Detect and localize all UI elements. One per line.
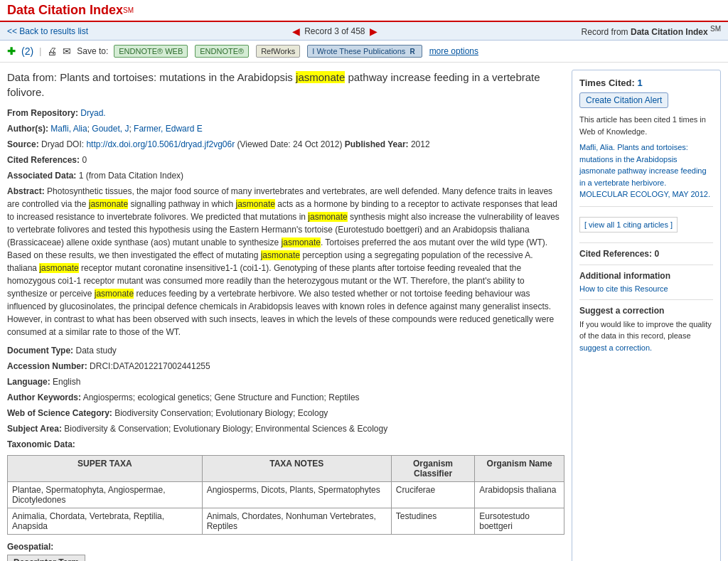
- taxonomic-section: Taxonomic Data:: [7, 438, 564, 451]
- repository-link[interactable]: Dryad.: [80, 108, 105, 118]
- additional-info-title: Additional information: [579, 271, 713, 281]
- save-to-label: Save to:: [77, 46, 108, 56]
- cited-refs-value: 0: [82, 155, 87, 165]
- taxonomic-table: SUPER TAXA TAXA NOTES Organism Classifie…: [7, 455, 564, 535]
- sidebar: Times Cited: 1 Create Citation Alert Thi…: [572, 70, 721, 561]
- assoc-data-row: Associated Data: 1 (from Data Citation I…: [7, 169, 564, 182]
- language-row: Language: English: [7, 375, 564, 388]
- language-value: English: [53, 377, 80, 387]
- add-to-marked-list-icon[interactable]: ✚: [7, 46, 16, 57]
- authors-row: Author(s): Mafli, Alia; Goudet, J; Farme…: [7, 122, 564, 135]
- print-icon[interactable]: 🖨: [47, 46, 57, 57]
- source-label: Source:: [7, 139, 39, 149]
- more-options-link[interactable]: more options: [429, 46, 478, 56]
- taxa-classifier-2: Testudines: [391, 508, 474, 535]
- from-repository-row: From Repository: Dryad.: [7, 107, 564, 119]
- save-endnote-button[interactable]: ENDNOTE®: [195, 45, 249, 58]
- from-repository-label: From Repository:: [7, 108, 78, 118]
- cited-refs-label: Cited References:: [7, 155, 80, 165]
- source-doi-link[interactable]: http://dx.doi.org/10.5061/dryad.jf2vg06r: [86, 139, 235, 149]
- divider-4: [579, 299, 713, 300]
- author-keywords-row: Author Keywords: Angiosperms; ecological…: [7, 391, 564, 404]
- taxa-notes-2: Animals, Chordates, Nonhuman Vertebrates…: [202, 508, 391, 535]
- assoc-data-label: Associated Data:: [7, 171, 76, 181]
- taxa-header-super: SUPER TAXA: [8, 456, 203, 482]
- how-to-cite-link[interactable]: How to cite this Resource: [579, 284, 668, 293]
- navigation-bar: << Back to results list ◀ Record 3 of 45…: [0, 22, 728, 41]
- iwtp-label: I Wrote These Publications: [312, 47, 405, 55]
- app-title-sup: SM: [123, 6, 134, 14]
- page-header: Data Citation Index SM: [0, 0, 728, 22]
- view-all-citing-link[interactable]: [ view all 1 citing articles ]: [584, 220, 673, 229]
- record-source-info: Record from Data Citation Index SM: [582, 25, 721, 37]
- subject-area-row: Subject Area: Biodiversity & Conservatio…: [7, 422, 564, 435]
- title-before: Data from: Plants and tortoises: mutatio…: [7, 71, 296, 83]
- highlight-6: jasmonate: [39, 263, 78, 273]
- cited-refs-row: Cited References: 0: [7, 154, 564, 166]
- geo-header: Descriptor Term: [8, 555, 85, 562]
- doc-type-value: Data study: [75, 346, 116, 356]
- wos-category-row: Web of Science Category: Biodiversity Co…: [7, 407, 564, 420]
- r-icon: R: [407, 47, 417, 56]
- record-navigation: ◀ Record 3 of 458 ▶: [292, 26, 377, 37]
- create-citation-button[interactable]: Create Citation Alert: [579, 92, 668, 108]
- divider-1: [579, 206, 713, 207]
- language-label: Language:: [7, 377, 50, 387]
- table-row: Animalia, Chordata, Vertebrata, Reptilia…: [8, 508, 564, 535]
- save-iwtp-button[interactable]: I Wrote These Publications R: [307, 45, 422, 58]
- save-endnote-web-button[interactable]: ENDNOTE® WEB: [114, 45, 188, 58]
- article-content: Data from: Plants and tortoises: mutatio…: [7, 70, 564, 561]
- email-icon[interactable]: ✉: [63, 46, 71, 57]
- author-link-2[interactable]: Goudet, J: [92, 124, 129, 134]
- author-link-1[interactable]: Mafli, Alia: [50, 124, 87, 134]
- taxonomic-label: Taxonomic Data:: [7, 439, 75, 449]
- taxa-header-notes: TAXA NOTES: [202, 456, 391, 482]
- taxa-header-classifier: Organism Classifier: [391, 456, 474, 482]
- accession-label: Accession Number:: [7, 361, 87, 371]
- geospatial-table: Descriptor Term Lausanne Switzerland: [7, 555, 85, 561]
- doc-type-label: Document Type:: [7, 346, 73, 356]
- taxa-header-name: Organism Name: [475, 456, 564, 482]
- highlight-2: jasmonate: [236, 199, 275, 209]
- authors-label: Author(s):: [7, 124, 48, 134]
- author-keywords-value: Angiosperms; ecological genetics; Gene S…: [83, 392, 360, 402]
- divider-3: [579, 265, 713, 265]
- highlight-5: jasmonate: [261, 250, 300, 260]
- suggest-correction-link[interactable]: suggest a correction.: [579, 343, 652, 352]
- taxa-super-2: Animalia, Chordata, Vertebrata, Reptilia…: [8, 508, 203, 535]
- suggest-prefix: If you would like to improve the quality…: [579, 320, 712, 341]
- source-viewed: (Viewed Date: 24 Oct 2012): [237, 139, 343, 149]
- title-highlight: jasmonate: [296, 71, 345, 83]
- times-cited-value: 1: [637, 78, 642, 88]
- highlight-3: jasmonate: [308, 212, 347, 222]
- main-content: Data from: Plants and tortoises: mutatio…: [0, 63, 728, 561]
- subject-area-label: Subject Area:: [7, 424, 62, 434]
- record-count: Record 3 of 458: [304, 26, 365, 36]
- abstract-text: Photosynthetic tissues, the major food s…: [7, 186, 560, 337]
- divider-2: [579, 242, 713, 243]
- back-to-results-link[interactable]: << Back to results list: [7, 26, 88, 36]
- view-all-citing-box: [ view all 1 citing articles ]: [579, 217, 678, 233]
- article-title: Data from: Plants and tortoises: mutatio…: [7, 70, 564, 100]
- taxa-notes-1: Angiosperms, Dicots, Plants, Spermatophy…: [202, 482, 391, 508]
- record-source-sup: SM: [710, 25, 721, 33]
- times-cited-container: Times Cited: 1: [579, 78, 713, 88]
- highlight-7: jasmonate: [95, 289, 134, 299]
- highlight-1: jasmonate: [89, 199, 128, 209]
- author-link-3[interactable]: Farmer, Edward E: [134, 124, 203, 134]
- geospatial-section: Geospatial: Descriptor Term Lausanne Swi…: [7, 542, 564, 561]
- next-record-button[interactable]: ▶: [370, 26, 378, 37]
- cited-article-ref-link[interactable]: Mafli, Alia. Plants and tortoises: mutat…: [579, 143, 710, 198]
- taxa-super-1: Plantae, Spermatophyta, Angiospermae, Di…: [8, 482, 203, 508]
- accession-value: DRCI:DATA2012217002441255: [90, 361, 210, 371]
- doc-type-row: Document Type: Data study: [7, 344, 564, 357]
- taxa-organism-1: Arabidopsis thaliana: [475, 482, 564, 508]
- author-keywords-label: Author Keywords:: [7, 392, 81, 402]
- cited-in-wok-text: This article has been cited 1 times in W…: [579, 114, 713, 137]
- add-count: (2): [21, 46, 33, 57]
- prev-record-button[interactable]: ◀: [292, 26, 300, 37]
- abstract-label: Abstract:: [7, 186, 45, 196]
- save-refworks-button[interactable]: RefWorks: [256, 45, 300, 58]
- record-source-prefix: Record from: [582, 27, 628, 37]
- suggest-correction-text: If you would like to improve the quality…: [579, 319, 713, 354]
